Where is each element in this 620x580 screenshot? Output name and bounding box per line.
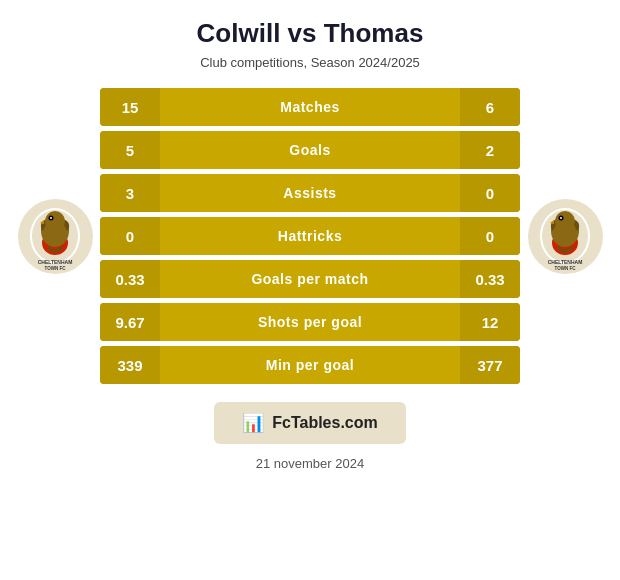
stat-right-value: 0.33 <box>460 260 520 298</box>
svg-point-18 <box>560 217 562 219</box>
svg-text:TOWN FC: TOWN FC <box>45 266 67 271</box>
page-container: Colwill vs Thomas Club competitions, Sea… <box>0 0 620 580</box>
fctables-icon: 📊 <box>242 412 264 434</box>
svg-point-5 <box>45 211 65 231</box>
stat-right-value: 377 <box>460 346 520 384</box>
stat-label: Matches <box>160 99 460 115</box>
stat-left-value: 0.33 <box>100 260 160 298</box>
stat-row: 15Matches6 <box>100 88 520 126</box>
stat-row: 339Min per goal377 <box>100 346 520 384</box>
svg-text:CHELTENHAM: CHELTENHAM <box>548 259 583 265</box>
svg-point-7 <box>50 217 52 219</box>
stats-section: 15Matches65Goals23Assists00Hattricks00.3… <box>100 88 520 384</box>
stat-left-value: 5 <box>100 131 160 169</box>
stat-label: Goals <box>160 142 460 158</box>
stat-label: Hattricks <box>160 228 460 244</box>
svg-point-16 <box>555 211 575 231</box>
stat-label: Shots per goal <box>160 314 460 330</box>
left-logo-circle: CHELTENHAM TOWN FC <box>18 199 93 274</box>
svg-text:TOWN FC: TOWN FC <box>555 266 577 271</box>
right-logo-circle: CHELTENHAM TOWN FC <box>528 199 603 274</box>
stat-row: 3Assists0 <box>100 174 520 212</box>
fctables-text: FcTables.com <box>272 414 378 432</box>
stat-row: 0.33Goals per match0.33 <box>100 260 520 298</box>
stat-left-value: 3 <box>100 174 160 212</box>
stat-row: 0Hattricks0 <box>100 217 520 255</box>
stat-label: Assists <box>160 185 460 201</box>
fctables-banner: 📊 FcTables.com <box>214 402 406 444</box>
stat-left-value: 339 <box>100 346 160 384</box>
left-club-logo: CHELTENHAM TOWN FC <box>10 199 100 274</box>
stat-right-value: 0 <box>460 217 520 255</box>
right-club-logo: CHELTENHAM TOWN FC <box>520 199 610 274</box>
date-text: 21 november 2024 <box>256 456 364 471</box>
stat-label: Min per goal <box>160 357 460 373</box>
stat-right-value: 2 <box>460 131 520 169</box>
stat-left-value: 0 <box>100 217 160 255</box>
stat-right-value: 0 <box>460 174 520 212</box>
stat-row: 5Goals2 <box>100 131 520 169</box>
page-title: Colwill vs Thomas <box>197 18 424 49</box>
page-subtitle: Club competitions, Season 2024/2025 <box>200 55 420 70</box>
stat-label: Goals per match <box>160 271 460 287</box>
svg-text:CHELTENHAM: CHELTENHAM <box>38 259 73 265</box>
stat-left-value: 9.67 <box>100 303 160 341</box>
stat-row: 9.67Shots per goal12 <box>100 303 520 341</box>
main-content: CHELTENHAM TOWN FC 15Matches65Goals23Ass… <box>10 88 610 384</box>
stat-left-value: 15 <box>100 88 160 126</box>
stat-right-value: 6 <box>460 88 520 126</box>
stat-right-value: 12 <box>460 303 520 341</box>
